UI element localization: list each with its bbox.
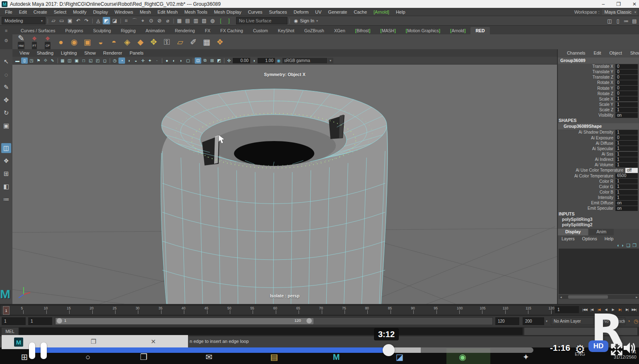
layer-list[interactable] bbox=[559, 249, 639, 294]
move-layer-up-icon[interactable]: ◖ bbox=[617, 243, 620, 248]
playback-end-field[interactable]: 120 bbox=[495, 317, 519, 325]
snap-grid-icon[interactable]: ⌗ bbox=[123, 17, 130, 24]
menu-generate[interactable]: Generate bbox=[325, 10, 350, 14]
safe-action-icon[interactable]: ◰ bbox=[94, 57, 101, 64]
perspective-viewport[interactable]: Symmetry: Object X Isolate : persp bbox=[12, 65, 557, 304]
poly-cube-icon[interactable]: ▣ bbox=[81, 35, 94, 48]
channel-value-field[interactable]: 1 bbox=[615, 184, 638, 189]
volume-icon[interactable] bbox=[623, 341, 638, 356]
step-forward-frame-button[interactable]: ▶| bbox=[624, 306, 630, 314]
duplicate-page-icon[interactable]: ▱ bbox=[174, 35, 186, 48]
attr-editor-toggle-icon[interactable]: ▯ bbox=[614, 17, 622, 25]
layer-menu-options[interactable]: Options bbox=[579, 236, 601, 241]
greenbracket-icon[interactable]: [ bbox=[217, 17, 224, 24]
shelf-tab-animation[interactable]: Animation bbox=[140, 27, 170, 34]
shelf-gear-icon[interactable]: ⚙ bbox=[4, 38, 8, 43]
lights-icon[interactable]: ● bbox=[164, 57, 170, 64]
menu-create[interactable]: Create bbox=[30, 10, 51, 14]
shelf-menu-icon[interactable]: ≡ bbox=[5, 28, 7, 33]
menu-help[interactable]: Help bbox=[393, 10, 409, 14]
menu-cache[interactable]: Cache bbox=[350, 10, 370, 14]
display-layers-icon[interactable]: ▧ bbox=[200, 17, 208, 24]
chevron-down-icon[interactable]: ▾ bbox=[546, 319, 547, 323]
open-scene-icon[interactable]: ▭ bbox=[58, 17, 65, 24]
undo-icon[interactable]: ↶ bbox=[75, 17, 82, 24]
timeline-ticks[interactable]: 1 51015202530354045505560657075808590951… bbox=[0, 305, 553, 315]
shelf-tab-keyshot[interactable]: KeyShot bbox=[273, 27, 299, 34]
select-tool-icon[interactable]: ↖ bbox=[1, 57, 11, 67]
layer-menu-help[interactable]: Help bbox=[601, 236, 617, 241]
select-hierarchy-icon[interactable]: ◬ bbox=[94, 17, 102, 24]
last-tool-icon[interactable]: ◫ bbox=[1, 143, 11, 153]
gate-mask-icon[interactable]: □ bbox=[80, 57, 87, 64]
shelf-tab-polygons[interactable]: Polygons bbox=[60, 27, 88, 34]
panel-menu-lighting[interactable]: Lighting bbox=[57, 50, 81, 55]
scroll-right-icon[interactable]: ► bbox=[634, 296, 639, 299]
four-pane-layout-icon[interactable]: ⊞ bbox=[1, 169, 11, 179]
mode-selector[interactable]: Modeling▾ bbox=[2, 17, 46, 24]
poly-cone-icon[interactable]: ◆ bbox=[134, 35, 147, 48]
shadows-icon[interactable]: ✛ bbox=[140, 57, 146, 64]
wireframe-icon[interactable]: ◷ bbox=[111, 57, 118, 64]
channel-value-field[interactable]: 6500 bbox=[615, 173, 638, 178]
exposure-icon[interactable]: ✣ bbox=[226, 57, 232, 64]
anim-layers-icon[interactable]: ◍ bbox=[209, 17, 216, 24]
shelf-tab-gozbrush[interactable]: GoZBrush bbox=[299, 27, 329, 34]
video-progress-bar[interactable] bbox=[32, 347, 533, 353]
selected-object-name[interactable]: Group36089 bbox=[558, 57, 639, 64]
go-to-start-button[interactable]: |◀◀ bbox=[581, 306, 588, 314]
lasso-select-tool-icon[interactable]: ◌ bbox=[1, 69, 11, 79]
two-sided-icon[interactable]: ◐ bbox=[171, 57, 177, 64]
channel-value-field[interactable]: 0 bbox=[615, 86, 638, 91]
menu-mesh-tools[interactable]: Mesh Tools bbox=[181, 10, 210, 14]
panel-menu-show[interactable]: Show bbox=[81, 50, 100, 55]
select-object-icon[interactable]: ◩ bbox=[103, 17, 110, 24]
field-chart-icon[interactable]: ◱ bbox=[87, 57, 94, 64]
menu-mesh[interactable]: Mesh bbox=[136, 10, 154, 14]
channel-value-field[interactable]: 1 bbox=[615, 130, 638, 135]
anim-layer-select[interactable]: No Anim Layer bbox=[551, 317, 594, 325]
ipr-render-icon[interactable]: ▤ bbox=[184, 17, 191, 24]
snap-point-icon[interactable]: ⌖ bbox=[139, 17, 147, 24]
no-live-surface-field[interactable]: No Live Surface bbox=[236, 17, 287, 24]
shelf-tab-xgen[interactable]: XGen bbox=[329, 27, 350, 34]
channel-value-field[interactable]: 0 bbox=[615, 64, 638, 69]
close-window-icon[interactable]: ✕ bbox=[151, 338, 156, 345]
colorspace-select[interactable]: sRGB gamma bbox=[282, 58, 327, 63]
shelf-tab-fx[interactable]: FX bbox=[200, 27, 215, 34]
menu-select[interactable]: Select bbox=[51, 10, 70, 14]
pane-paste-icon[interactable]: ⊞ bbox=[209, 57, 215, 64]
channel-value-field[interactable]: 0 bbox=[615, 69, 638, 74]
bookmark2-icon[interactable]: ⚑ bbox=[35, 57, 42, 64]
crease-pen-icon[interactable]: ✐ bbox=[187, 35, 200, 48]
spray-icon[interactable]: ❖ bbox=[214, 35, 226, 48]
channel-value-field[interactable]: on bbox=[615, 201, 638, 206]
range-bar-active[interactable] bbox=[56, 318, 313, 324]
shelf-tab-sculpting[interactable]: Sculpting bbox=[88, 27, 116, 34]
poly-ball-icon[interactable]: ◉ bbox=[68, 35, 80, 48]
save-scene-icon[interactable]: ▣ bbox=[66, 17, 74, 24]
channelbox-menu-edit[interactable]: Edit bbox=[589, 50, 605, 55]
panel-menu-view[interactable]: View bbox=[16, 50, 33, 55]
color-managed-icon[interactable]: ◉ bbox=[275, 57, 282, 64]
menu-mesh-display[interactable]: Mesh Display bbox=[211, 10, 245, 14]
shaded-icon[interactable]: ◔ bbox=[118, 57, 125, 64]
poly-lens-down-icon[interactable]: ◒ bbox=[94, 35, 107, 48]
new-layer-selected-icon[interactable]: ❐ bbox=[632, 243, 637, 248]
shelf-tab-curves-surfaces[interactable]: Curves / Surfaces bbox=[16, 27, 60, 34]
textured-icon[interactable]: ◑ bbox=[125, 57, 132, 64]
sign-in-button[interactable]: ◉Sign In▾ bbox=[292, 18, 321, 24]
shelf-tab-fx-caching[interactable]: FX Caching bbox=[215, 27, 248, 34]
snap-projected-icon[interactable]: ⊙ bbox=[147, 17, 155, 24]
rotate-tool-icon[interactable]: ↻ bbox=[1, 108, 11, 118]
tool-settings-toggle-icon[interactable]: ≔ bbox=[622, 17, 630, 25]
shelf-tab-custom[interactable]: Custom bbox=[248, 27, 273, 34]
chevron-down-icon[interactable]: ▾ bbox=[328, 58, 333, 63]
poly-lens-up-icon[interactable]: ◓ bbox=[108, 35, 120, 48]
layer-tab-anim[interactable]: Anim bbox=[589, 229, 614, 235]
move-layer-down-icon[interactable]: ◗ bbox=[622, 243, 625, 248]
image-plane-icon[interactable]: ◳ bbox=[28, 57, 35, 64]
motion-blur-icon[interactable]: · bbox=[154, 57, 160, 64]
channelbox-menu-show[interactable]: Show bbox=[626, 50, 639, 55]
animation-prefs-icon[interactable]: ◷ bbox=[634, 318, 638, 324]
